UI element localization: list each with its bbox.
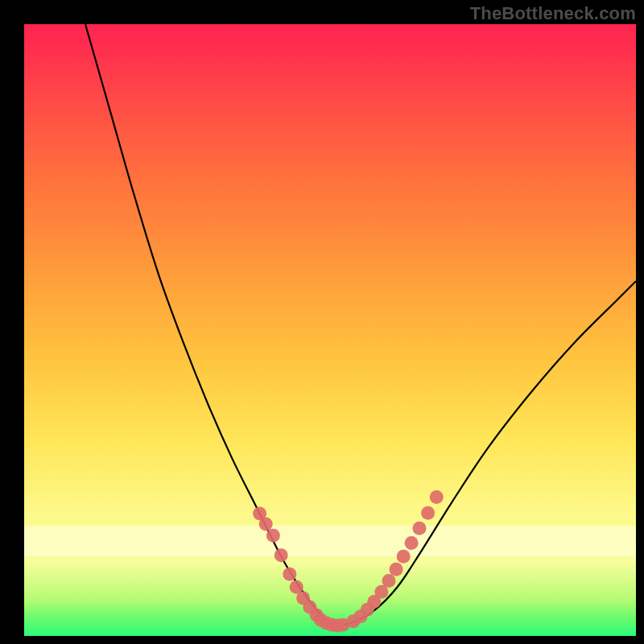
watermark: TheBottleneck.com [470,3,636,24]
highlight-band [24,526,636,556]
chart-frame: TheBottleneck.com [0,0,644,644]
